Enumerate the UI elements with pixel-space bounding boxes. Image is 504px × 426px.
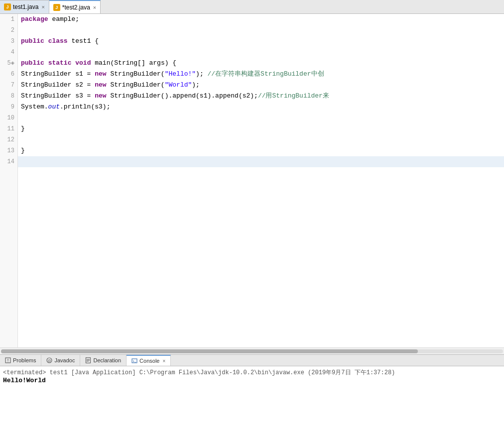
- editor-area: 1 2 3 4 5◈ 6 7 8 9 10 11 12 13 14 packag…: [0, 14, 504, 347]
- line-num-10: 10: [3, 112, 14, 123]
- token: StringBuilder s1 =: [21, 70, 95, 78]
- token: main(String[] args) {: [91, 59, 176, 67]
- line-num-11: 11: [3, 123, 14, 134]
- code-line-6: StringBuilder s1 = new StringBuilder("He…: [18, 69, 504, 80]
- token: StringBuilder().append(s1).append(s2);: [107, 92, 258, 100]
- token: //在字符串构建器StringBuilder中创: [208, 70, 324, 78]
- code-line-4: [18, 47, 504, 58]
- bottom-tab-bar: Problems @ Javadoc Declaration Console ×: [0, 354, 504, 366]
- tab-test2-label: *test2.java: [62, 4, 90, 11]
- line-num-13: 13: [3, 145, 14, 156]
- token: void: [75, 59, 91, 67]
- token: System.: [21, 103, 48, 110]
- code-line-13: }: [18, 145, 504, 156]
- line-num-7: 7: [3, 80, 14, 91]
- code-line-3: public class test1 {: [18, 36, 504, 47]
- token: class: [48, 37, 68, 45]
- tab-javadoc-label: Javadoc: [54, 357, 75, 363]
- problems-icon: [5, 357, 11, 363]
- token: new: [95, 81, 106, 89]
- tab-javadoc[interactable]: @ Javadoc: [41, 355, 80, 366]
- token: out: [48, 103, 60, 110]
- tab-problems[interactable]: Problems: [0, 355, 41, 366]
- code-line-8: StringBuilder s3 = new StringBuilder().a…: [18, 91, 504, 102]
- code-line-2: [18, 25, 504, 36]
- tab-console[interactable]: Console ×: [126, 355, 171, 366]
- token: .println(s3);: [60, 103, 110, 110]
- console-terminated-line: <terminated> test1 [Java Application] C:…: [3, 368, 501, 377]
- tab-problems-label: Problems: [13, 357, 36, 363]
- line-num-1: 1: [3, 14, 14, 25]
- token: StringBuilder s2 =: [21, 81, 95, 89]
- token: package: [21, 15, 48, 23]
- line-num-14: 14: [3, 156, 14, 167]
- code-line-10: [18, 112, 504, 123]
- java-file-icon: J: [4, 3, 11, 10]
- line-num-5: 5◈: [3, 58, 14, 69]
- console-icon: [131, 358, 137, 364]
- code-line-5: public static void main(String[] args) {: [18, 58, 504, 69]
- horizontal-scrollbar[interactable]: [0, 347, 504, 354]
- line-num-9: 9: [3, 102, 14, 112]
- tab-declaration-label: Declaration: [93, 357, 121, 363]
- tab-test2-close[interactable]: ×: [93, 4, 96, 10]
- code-line-11: }: [18, 123, 504, 134]
- code-line-14: [18, 156, 504, 167]
- token: StringBuilder(: [107, 81, 165, 89]
- tab-console-label: Console: [139, 358, 159, 364]
- java-file-icon-2: J: [53, 4, 60, 11]
- line-num-3: 3: [3, 36, 14, 47]
- token: "World": [165, 81, 192, 89]
- console-output: Hello!World: [3, 377, 501, 384]
- line-num-8: 8: [3, 91, 14, 102]
- token: static: [48, 59, 72, 67]
- token: [44, 59, 48, 67]
- code-line-1: package eample;: [18, 14, 504, 25]
- token: public: [21, 37, 44, 45]
- code-line-9: System.out.println(s3);: [18, 102, 504, 112]
- tab-console-close[interactable]: ×: [162, 358, 165, 364]
- console-area: <terminated> test1 [Java Application] C:…: [0, 366, 504, 426]
- token: //用StringBuilder来: [258, 92, 329, 100]
- token: StringBuilder(: [107, 70, 165, 78]
- token: }: [21, 147, 25, 154]
- tab-test2[interactable]: J *test2.java ×: [49, 0, 101, 13]
- token: "Hello!": [165, 70, 196, 78]
- svg-text:@: @: [48, 359, 51, 362]
- line-numbers: 1 2 3 4 5◈ 6 7 8 9 10 11 12 13 14: [0, 14, 18, 347]
- token: StringBuilder s3 =: [21, 92, 95, 100]
- scrollbar-track[interactable]: [1, 349, 503, 353]
- line-num-4: 4: [3, 47, 14, 58]
- line-num-12: 12: [3, 134, 14, 145]
- code-lines[interactable]: package eample; public class test1 { pub…: [18, 14, 504, 347]
- tab-test1-label: test1.java: [13, 3, 38, 10]
- declaration-icon: [85, 357, 91, 363]
- tab-test1-close[interactable]: ×: [41, 4, 44, 10]
- token: new: [95, 92, 106, 100]
- line-num-6: 6: [3, 69, 14, 80]
- code-container: 1 2 3 4 5◈ 6 7 8 9 10 11 12 13 14 packag…: [0, 14, 504, 347]
- code-line-7: StringBuilder s2 = new StringBuilder("Wo…: [18, 80, 504, 91]
- token: );: [192, 81, 200, 89]
- javadoc-icon: @: [46, 357, 52, 363]
- code-line-12: [18, 134, 504, 145]
- svg-line-11: [133, 361, 134, 362]
- tab-declaration[interactable]: Declaration: [80, 355, 126, 366]
- editor-tab-bar: J test1.java × J *test2.java ×: [0, 0, 504, 14]
- token: }: [21, 125, 25, 132]
- token: );: [196, 70, 207, 78]
- token: test1 {: [68, 37, 99, 45]
- svg-point-2: [7, 361, 8, 362]
- scrollbar-thumb[interactable]: [1, 349, 418, 353]
- token: eample;: [48, 15, 79, 23]
- tab-test1[interactable]: J test1.java ×: [0, 0, 49, 13]
- token: new: [95, 70, 106, 78]
- token: [44, 37, 48, 45]
- token: public: [21, 59, 44, 67]
- line-num-2: 2: [3, 25, 14, 36]
